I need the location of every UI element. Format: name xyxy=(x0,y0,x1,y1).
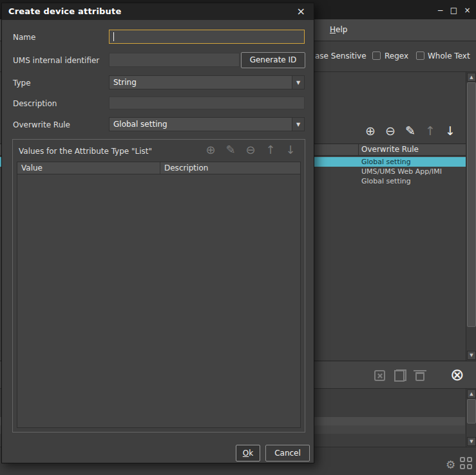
overwrite-rule-selected-value: Global setting xyxy=(113,120,167,129)
values-table-body xyxy=(17,175,300,427)
values-table: Value Description xyxy=(17,162,301,428)
values-section-title: Values for the Attribute Type "List" xyxy=(19,147,152,156)
lower-scrollbar[interactable]: ▲ ▼ xyxy=(466,389,476,447)
description-label: Description xyxy=(13,99,57,108)
overwrite-rule-cell: UMS/UMS Web App/IMI xyxy=(361,167,442,176)
dialog-titlebar[interactable]: Create device attribute × xyxy=(2,3,314,20)
overwrite-rule-cell: Global setting xyxy=(361,176,411,186)
window-close-icon[interactable]: × xyxy=(462,5,473,15)
dialog-title: Create device attribute xyxy=(8,6,121,16)
overwrite-rule-label: Overwrite Rule xyxy=(13,120,70,129)
help-button[interactable]: Help xyxy=(330,25,347,34)
whole-text-label: Whole Text xyxy=(428,51,470,61)
name-label: Name xyxy=(13,33,35,42)
edit-value-icon[interactable]: ✎ xyxy=(224,143,237,157)
scroll-down-icon[interactable]: ▼ xyxy=(467,437,476,446)
type-selected-value: String xyxy=(113,78,137,87)
description-input[interactable] xyxy=(109,97,305,109)
dropdown-arrow-icon[interactable]: ▼ xyxy=(292,76,304,89)
values-table-header: Value Description xyxy=(17,162,300,174)
delete-icon[interactable] xyxy=(415,372,424,381)
text-caret xyxy=(113,32,114,41)
generate-id-button[interactable]: Generate ID xyxy=(241,52,305,68)
minimize-icon[interactable]: − xyxy=(435,5,446,15)
ok-button[interactable]: Ok xyxy=(236,445,260,461)
scroll-up-icon[interactable]: ▲ xyxy=(467,389,476,398)
add-value-icon[interactable]: ⊕ xyxy=(204,143,217,157)
maximize-icon[interactable]: □ xyxy=(448,5,459,15)
overwrite-rule-column-header[interactable]: Overwrite Rule xyxy=(361,145,419,154)
regex-label: Regex xyxy=(385,51,408,61)
clear-selection-icon[interactable] xyxy=(374,370,385,381)
create-device-attribute-dialog: Create device attribute × Name UMS inter… xyxy=(1,3,314,463)
name-input[interactable] xyxy=(109,30,305,44)
move-down-icon[interactable]: ↓ xyxy=(443,124,457,138)
type-label: Type xyxy=(13,79,31,88)
column-divider xyxy=(358,144,359,155)
values-section: Values for the Attribute Type "List" ⊕ ✎… xyxy=(12,139,305,433)
move-value-up-icon[interactable]: ↑ xyxy=(264,143,277,157)
scroll-down-icon[interactable]: ▼ xyxy=(467,351,476,360)
gear-icon[interactable]: ⚙ xyxy=(446,458,455,471)
ums-identifier-input[interactable] xyxy=(109,53,240,67)
table-scrollbar[interactable]: ▲ ▼ xyxy=(466,72,476,360)
regex-checkbox[interactable] xyxy=(372,51,381,60)
window-controls: − □ × xyxy=(435,5,473,15)
move-value-down-icon[interactable]: ↓ xyxy=(284,143,297,157)
scroll-up-icon[interactable]: ▲ xyxy=(467,73,476,82)
add-icon[interactable]: ⊕ xyxy=(363,124,377,138)
case-sensitive-label: ase Sensitive xyxy=(315,51,367,61)
dropdown-arrow-icon[interactable]: ▼ xyxy=(292,118,304,131)
value-column-header[interactable]: Value xyxy=(17,162,160,174)
whole-text-checkbox[interactable] xyxy=(416,51,424,60)
type-dropdown[interactable]: String ▼ xyxy=(109,75,305,89)
edit-icon[interactable]: ✎ xyxy=(403,124,417,138)
close-circle-icon[interactable]: ⊗ xyxy=(450,366,464,383)
move-up-icon[interactable]: ↑ xyxy=(423,124,437,138)
overwrite-rule-dropdown[interactable]: Global setting ▼ xyxy=(109,117,305,131)
remove-icon[interactable]: ⊖ xyxy=(383,124,397,138)
cancel-button[interactable]: Cancel xyxy=(265,445,310,461)
dialog-close-icon[interactable]: × xyxy=(297,5,305,17)
remove-value-icon[interactable]: ⊖ xyxy=(244,143,257,157)
description-column-header[interactable]: Description xyxy=(160,162,300,174)
ums-identifier-label: UMS internal identifier xyxy=(13,56,99,65)
scrollbar-thumb[interactable] xyxy=(467,399,476,424)
apps-grid-icon[interactable] xyxy=(460,457,474,471)
overwrite-rule-cell: Global setting xyxy=(361,157,411,167)
scrollbar-thumb[interactable] xyxy=(467,82,476,327)
screen: − □ × Help ase Sensitive Regex Whole Tex… xyxy=(0,0,476,475)
copy-icon[interactable] xyxy=(394,369,406,382)
